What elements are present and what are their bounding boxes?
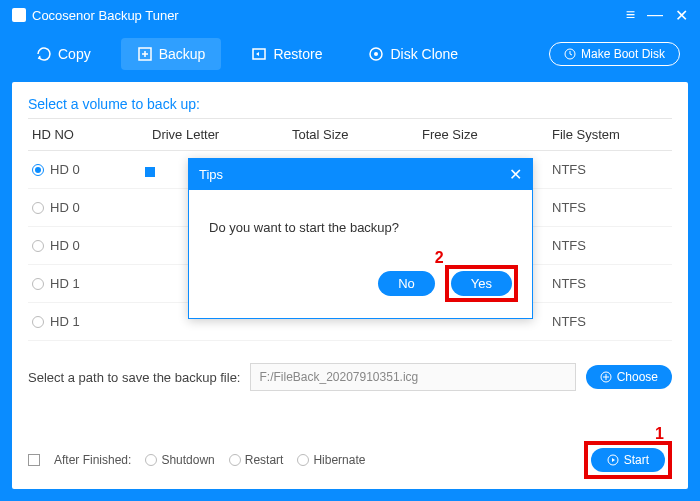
play-icon: [607, 454, 619, 466]
dialog-title: Tips: [199, 167, 223, 182]
after-finished-label: After Finished:: [54, 453, 131, 467]
row-radio[interactable]: [32, 240, 44, 252]
svg-point-3: [374, 52, 378, 56]
copy-button[interactable]: Copy: [20, 38, 107, 70]
app-logo-icon: [12, 8, 26, 22]
diskclone-icon: [368, 46, 384, 62]
backup-icon: [137, 46, 153, 62]
dialog-message: Do you want to start the backup?: [189, 190, 532, 255]
after-finished-checkbox[interactable]: [28, 454, 40, 466]
copy-icon: [36, 46, 52, 62]
no-button[interactable]: No: [378, 271, 435, 296]
plus-icon: [600, 371, 612, 383]
row-radio[interactable]: [32, 316, 44, 328]
start-annotation: 1 Start: [584, 441, 672, 479]
diskclone-button[interactable]: Disk Clone: [352, 38, 474, 70]
app-title: Cocosenor Backup Tuner: [32, 8, 179, 23]
minimize-icon[interactable]: —: [647, 6, 663, 24]
close-icon[interactable]: ✕: [675, 6, 688, 25]
restore-button[interactable]: Restore: [235, 38, 338, 70]
titlebar: Cocosenor Backup Tuner ≡ — ✕: [0, 0, 700, 30]
tips-dialog: Tips ✕ Do you want to start the backup? …: [188, 158, 533, 319]
dialog-actions: No 2 Yes: [189, 255, 532, 318]
section-title: Select a volume to back up:: [28, 96, 672, 112]
restore-icon: [251, 46, 267, 62]
bottom-row: After Finished: Shutdown Restart Hiberna…: [28, 441, 672, 479]
yes-annotation: 2 Yes: [445, 265, 518, 302]
grid-header: HD NO Drive Letter Total Size Free Size …: [28, 119, 672, 151]
row-radio[interactable]: [32, 202, 44, 214]
col-fs: File System: [552, 127, 668, 142]
col-total: Total Size: [292, 127, 422, 142]
annotation-2: 2: [435, 249, 444, 267]
path-input[interactable]: [250, 363, 575, 391]
toolbar: Copy Backup Restore Disk Clone Make Boot…: [0, 30, 700, 78]
row-radio[interactable]: [32, 164, 44, 176]
backup-button[interactable]: Backup: [121, 38, 222, 70]
col-free: Free Size: [422, 127, 552, 142]
row-radio[interactable]: [32, 278, 44, 290]
shutdown-option[interactable]: Shutdown: [145, 453, 214, 467]
col-drive: Drive Letter: [152, 127, 292, 142]
hibernate-option[interactable]: Hibernate: [297, 453, 365, 467]
dialog-titlebar: Tips ✕: [189, 159, 532, 190]
dialog-close-icon[interactable]: ✕: [509, 165, 522, 184]
path-label: Select a path to save the backup file:: [28, 370, 240, 385]
col-hdno: HD NO: [32, 127, 152, 142]
start-button[interactable]: Start: [591, 448, 665, 472]
restart-option[interactable]: Restart: [229, 453, 284, 467]
annotation-1: 1: [655, 425, 664, 443]
path-row: Select a path to save the backup file: C…: [28, 363, 672, 391]
menu-icon[interactable]: ≡: [626, 6, 635, 24]
choose-button[interactable]: Choose: [586, 365, 672, 389]
bootdisk-icon: [564, 48, 576, 60]
yes-button[interactable]: Yes: [451, 271, 512, 296]
make-bootdisk-button[interactable]: Make Boot Disk: [549, 42, 680, 66]
app-window: Cocosenor Backup Tuner ≡ — ✕ Copy Backup…: [0, 0, 700, 501]
